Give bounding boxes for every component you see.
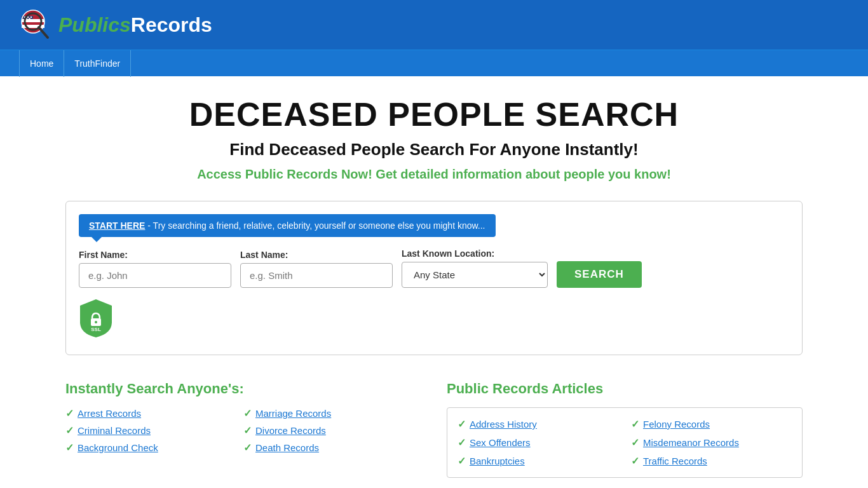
- bottom-sections: Instantly Search Anyone's: ✓ Arrest Reco…: [65, 381, 803, 478]
- svg-point-8: [29, 18, 30, 19]
- ssl-shield-icon: SSL: [79, 298, 113, 339]
- nav-home[interactable]: Home: [19, 50, 64, 77]
- checkmark-icon: ✓: [243, 407, 252, 419]
- checkmark-icon: ✓: [631, 455, 639, 467]
- checkmark-icon: ✓: [243, 442, 252, 454]
- arrest-records-link[interactable]: Arrest Records: [78, 408, 141, 419]
- list-item: ✓ Background Check: [65, 442, 243, 454]
- divorce-records-link[interactable]: Divorce Records: [255, 425, 326, 436]
- svg-point-13: [95, 321, 97, 323]
- articles-section: Public Records Articles ✓ Address Histor…: [447, 381, 803, 478]
- record-col-1: ✓ Arrest Records ✓ Criminal Records ✓ Ba…: [65, 407, 243, 454]
- checkmark-icon: ✓: [458, 437, 466, 449]
- access-text: Access Public Records Now! Get detailed …: [65, 167, 803, 182]
- list-item: ✓ Bankruptcies: [458, 455, 618, 467]
- list-item: ✓ Misdemeanor Records: [631, 437, 792, 449]
- list-item: ✓ Divorce Records: [243, 424, 421, 437]
- checkmark-icon: ✓: [458, 418, 466, 430]
- criminal-records-link[interactable]: Criminal Records: [78, 425, 151, 436]
- ssl-badge: SSL: [79, 298, 789, 339]
- logo[interactable]: PublicsRecords: [19, 8, 212, 42]
- articles-col-1: ✓ Address History ✓ Sex Offenders ✓ Bank…: [458, 418, 618, 467]
- checkmark-icon: ✓: [243, 424, 252, 437]
- main-nav: Home TruthFinder: [0, 50, 868, 76]
- articles-col-2: ✓ Felony Records ✓ Misdemeanor Records ✓…: [631, 418, 792, 467]
- articles-box: ✓ Address History ✓ Sex Offenders ✓ Bank…: [447, 407, 803, 478]
- first-name-group: First Name:: [79, 250, 231, 288]
- list-item: ✓ Address History: [458, 418, 618, 430]
- main-content: DECEASED PEOPLE SEARCH Find Deceased Peo…: [53, 76, 815, 488]
- list-item: ✓ Felony Records: [631, 418, 792, 430]
- svg-point-6: [31, 17, 32, 18]
- list-item: ✓ Sex Offenders: [458, 437, 618, 449]
- page-title: DECEASED PEOPLE SEARCH: [65, 95, 803, 133]
- start-here-banner: START HERE - Try searching a friend, rel…: [79, 214, 496, 237]
- background-check-link[interactable]: Background Check: [78, 442, 158, 453]
- list-item: ✓ Traffic Records: [631, 455, 792, 467]
- record-col-2: ✓ Marriage Records ✓ Divorce Records ✓ D…: [243, 407, 421, 454]
- first-name-input[interactable]: [79, 263, 231, 288]
- last-name-group: Last Name:: [240, 250, 393, 288]
- list-item: ✓ Death Records: [243, 442, 421, 454]
- search-button[interactable]: SEARCH: [557, 261, 642, 288]
- bankruptcies-link[interactable]: Bankruptcies: [470, 456, 525, 466]
- logo-text: PublicsRecords: [58, 13, 212, 37]
- checkmark-icon: ✓: [65, 407, 74, 419]
- list-item: ✓ Arrest Records: [65, 407, 243, 419]
- state-select[interactable]: Any State Alabama Alaska Arizona Arkansa…: [402, 262, 548, 288]
- traffic-records-link[interactable]: Traffic Records: [643, 456, 707, 466]
- sex-offenders-link[interactable]: Sex Offenders: [470, 437, 531, 448]
- location-label: Last Known Location:: [402, 248, 548, 259]
- last-name-label: Last Name:: [240, 250, 393, 260]
- first-name-label: First Name:: [79, 250, 231, 260]
- checkmark-icon: ✓: [631, 437, 639, 449]
- instantly-heading: Instantly Search Anyone's:: [65, 381, 421, 397]
- marriage-records-link[interactable]: Marriage Records: [255, 408, 331, 419]
- address-history-link[interactable]: Address History: [470, 419, 537, 430]
- page-subtitle: Find Deceased People Search For Anyone I…: [65, 140, 803, 159]
- list-item: ✓ Criminal Records: [65, 424, 243, 437]
- nav-truthfinder[interactable]: TruthFinder: [64, 50, 131, 77]
- site-header: PublicsRecords: [0, 0, 868, 50]
- checkmark-icon: ✓: [65, 442, 74, 454]
- articles-grid: ✓ Address History ✓ Sex Offenders ✓ Bank…: [458, 418, 792, 467]
- banner-text: - Try searching a friend, relative, cele…: [147, 220, 485, 231]
- svg-line-11: [39, 27, 48, 37]
- checkmark-icon: ✓: [65, 424, 74, 437]
- last-name-input[interactable]: [240, 263, 393, 288]
- misdemeanor-records-link[interactable]: Misdemeanor Records: [643, 437, 739, 448]
- checkmark-icon: ✓: [458, 455, 466, 467]
- start-here-bold: START HERE: [89, 220, 145, 231]
- record-list: ✓ Arrest Records ✓ Criminal Records ✓ Ba…: [65, 407, 421, 454]
- list-item: ✓ Marriage Records: [243, 407, 421, 419]
- checkmark-icon: ✓: [631, 418, 639, 430]
- instantly-section: Instantly Search Anyone's: ✓ Arrest Reco…: [65, 381, 421, 478]
- articles-heading: Public Records Articles: [447, 381, 803, 397]
- death-records-link[interactable]: Death Records: [255, 442, 319, 453]
- search-container: START HERE - Try searching a friend, rel…: [65, 201, 803, 355]
- search-fields: First Name: Last Name: Last Known Locati…: [79, 248, 789, 288]
- svg-text:SSL: SSL: [91, 327, 101, 332]
- location-group: Last Known Location: Any State Alabama A…: [402, 248, 548, 288]
- logo-icon: [19, 8, 53, 42]
- felony-records-link[interactable]: Felony Records: [643, 419, 710, 430]
